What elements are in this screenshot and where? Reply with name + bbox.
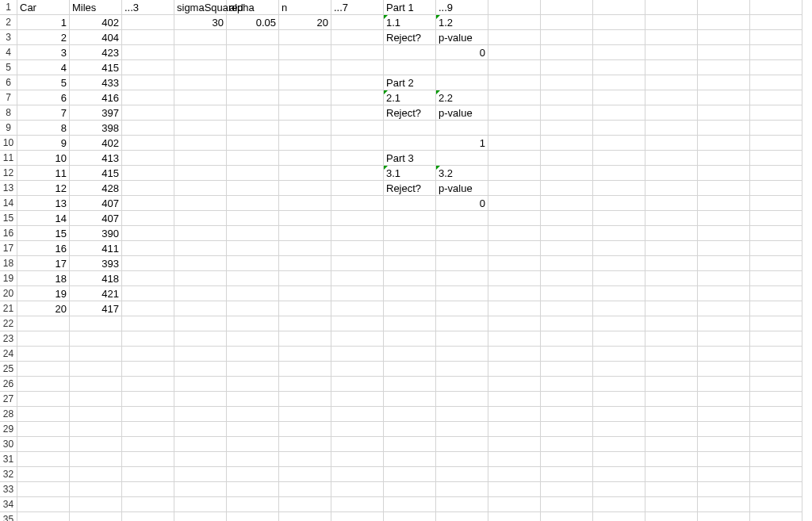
cell-A16[interactable]: 15	[17, 226, 70, 241]
cell-F34[interactable]	[279, 497, 331, 512]
cell-H3[interactable]: Reject?	[384, 30, 436, 45]
cell-H19[interactable]	[384, 271, 436, 286]
cell-O31[interactable]	[750, 452, 802, 467]
cell-B12[interactable]: 415	[70, 166, 122, 181]
row-header-7[interactable]: 7	[0, 90, 17, 105]
row-header-14[interactable]: 14	[0, 196, 17, 211]
cell-I30[interactable]	[436, 437, 488, 452]
cell-F17[interactable]	[279, 241, 331, 256]
cell-H1[interactable]: Part 1	[384, 0, 436, 15]
cell-L23[interactable]	[593, 331, 645, 347]
cell-F6[interactable]	[279, 75, 331, 90]
cell-M11[interactable]	[645, 151, 698, 166]
cell-G14[interactable]	[331, 196, 384, 211]
cell-J21[interactable]	[488, 301, 541, 316]
cell-C20[interactable]	[122, 286, 174, 301]
cell-B18[interactable]: 393	[70, 256, 122, 271]
cell-N33[interactable]	[698, 482, 750, 497]
cell-I35[interactable]	[436, 512, 488, 521]
cell-O7[interactable]	[750, 90, 802, 105]
cell-G10[interactable]	[331, 136, 384, 151]
cell-B25[interactable]	[70, 362, 122, 377]
cell-J24[interactable]	[488, 347, 541, 362]
cell-L9[interactable]	[593, 121, 645, 136]
cell-K30[interactable]	[541, 437, 593, 452]
cell-A31[interactable]	[17, 452, 70, 467]
cell-L8[interactable]	[593, 105, 645, 121]
cell-E26[interactable]	[227, 377, 279, 392]
cell-I11[interactable]	[436, 151, 488, 166]
cell-A7[interactable]: 6	[17, 90, 70, 105]
cell-N18[interactable]	[698, 256, 750, 271]
cell-F11[interactable]	[279, 151, 331, 166]
cell-C35[interactable]	[122, 512, 174, 521]
cell-K2[interactable]	[541, 15, 593, 30]
cell-B22[interactable]	[70, 316, 122, 331]
cell-G4[interactable]	[331, 45, 384, 60]
cell-K26[interactable]	[541, 377, 593, 392]
cell-M1[interactable]	[645, 0, 698, 15]
cell-L25[interactable]	[593, 362, 645, 377]
row-header-28[interactable]: 28	[0, 407, 17, 422]
cell-H8[interactable]: Reject?	[384, 105, 436, 121]
cell-O19[interactable]	[750, 271, 802, 286]
row-header-31[interactable]: 31	[0, 452, 17, 467]
cell-O30[interactable]	[750, 437, 802, 452]
row-header-35[interactable]: 35	[0, 512, 17, 521]
cell-I13[interactable]: p-value	[436, 181, 488, 196]
cell-I4[interactable]: 0	[436, 45, 488, 60]
cell-F25[interactable]	[279, 362, 331, 377]
cell-G1[interactable]: ...7	[331, 0, 384, 15]
cell-M2[interactable]	[645, 15, 698, 30]
cell-D10[interactable]	[174, 136, 227, 151]
cell-G7[interactable]	[331, 90, 384, 105]
cell-D35[interactable]	[174, 512, 227, 521]
cell-H14[interactable]	[384, 196, 436, 211]
cell-G27[interactable]	[331, 392, 384, 407]
cell-E15[interactable]	[227, 211, 279, 226]
cell-L19[interactable]	[593, 271, 645, 286]
cell-K32[interactable]	[541, 467, 593, 482]
cell-N20[interactable]	[698, 286, 750, 301]
cell-H6[interactable]: Part 2	[384, 75, 436, 90]
cell-L14[interactable]	[593, 196, 645, 211]
cell-D24[interactable]	[174, 347, 227, 362]
cell-K10[interactable]	[541, 136, 593, 151]
row-header-6[interactable]: 6	[0, 75, 17, 90]
cell-M20[interactable]	[645, 286, 698, 301]
cell-G21[interactable]	[331, 301, 384, 316]
cell-J28[interactable]	[488, 407, 541, 422]
cell-M12[interactable]	[645, 166, 698, 181]
cell-C8[interactable]	[122, 105, 174, 121]
cell-E20[interactable]	[227, 286, 279, 301]
cell-L13[interactable]	[593, 181, 645, 196]
cell-J27[interactable]	[488, 392, 541, 407]
cell-L17[interactable]	[593, 241, 645, 256]
cell-A4[interactable]: 3	[17, 45, 70, 60]
cell-D34[interactable]	[174, 497, 227, 512]
cell-N5[interactable]	[698, 60, 750, 75]
cell-K22[interactable]	[541, 316, 593, 331]
cell-J1[interactable]	[488, 0, 541, 15]
cell-K35[interactable]	[541, 512, 593, 521]
cell-E13[interactable]	[227, 181, 279, 196]
row-header-8[interactable]: 8	[0, 105, 17, 121]
cell-B20[interactable]: 421	[70, 286, 122, 301]
cell-O35[interactable]	[750, 512, 802, 521]
row-header-30[interactable]: 30	[0, 437, 17, 452]
row-header-26[interactable]: 26	[0, 377, 17, 392]
cell-B31[interactable]	[70, 452, 122, 467]
cell-C1[interactable]: ...3	[122, 0, 174, 15]
cell-J18[interactable]	[488, 256, 541, 271]
cell-F4[interactable]	[279, 45, 331, 60]
cell-D30[interactable]	[174, 437, 227, 452]
cell-D22[interactable]	[174, 316, 227, 331]
cell-B29[interactable]	[70, 422, 122, 437]
cell-I22[interactable]	[436, 316, 488, 331]
cell-J5[interactable]	[488, 60, 541, 75]
cell-K23[interactable]	[541, 331, 593, 347]
cell-N13[interactable]	[698, 181, 750, 196]
cell-D17[interactable]	[174, 241, 227, 256]
cell-C3[interactable]	[122, 30, 174, 45]
cell-N1[interactable]	[698, 0, 750, 15]
